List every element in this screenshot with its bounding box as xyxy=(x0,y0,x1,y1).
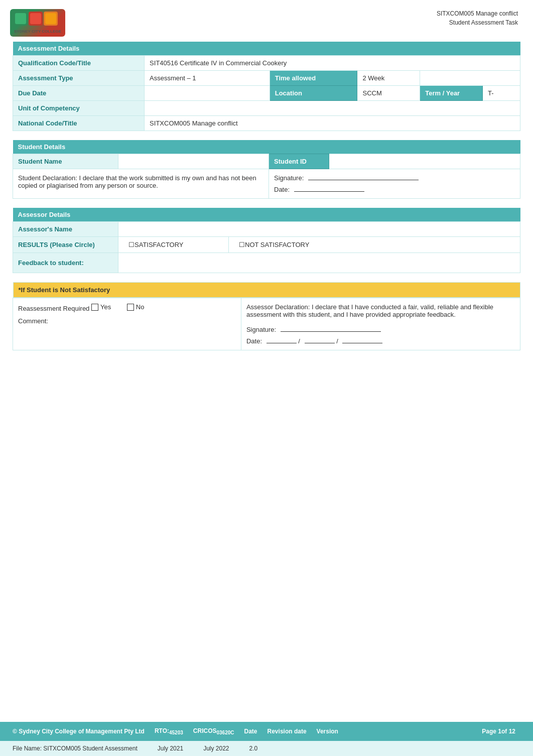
assessor-name-label: Assessor's Name xyxy=(13,222,118,237)
comment-label: Comment: xyxy=(18,317,48,325)
version-value: 2.0 xyxy=(249,745,258,752)
version-col-header: Version xyxy=(317,728,338,735)
page-badge: Page 1of 12 xyxy=(477,726,520,737)
copyright-text: © Sydney City College of Management Pty … xyxy=(13,728,145,735)
main-content: Assessment Details Qualification Code/Ti… xyxy=(0,42,533,350)
qualification-label: Qualification Code/Title xyxy=(13,56,145,71)
assessment-type-value: Assessment – 1 xyxy=(145,71,270,86)
assessment-type-extra xyxy=(420,71,520,86)
due-date-label: Due Date xyxy=(13,86,145,101)
student-id-label: Student ID xyxy=(269,154,329,169)
footer-bottom: File Name: SITXCOM005 Student Assessment… xyxy=(0,741,533,756)
assessor-date-label: Date: xyxy=(246,337,262,345)
file-name: File Name: SITXCOM005 Student Assessment xyxy=(13,745,138,752)
declaration-signature: Signature: Date: xyxy=(269,169,520,199)
qualification-value: SIT40516 Certificate IV in Commercial Co… xyxy=(145,56,520,71)
not-satisfactory-option: ☐NOT SATISFACTORY xyxy=(229,237,520,253)
reassessment-yes[interactable]: Yes xyxy=(91,303,111,311)
not-sat-header: *If Student is Not Satisfactory xyxy=(13,283,520,298)
satisfactory-option: ☐SATISFACTORY xyxy=(118,237,229,253)
svg-text:SYDNEY CITY COLLEGE: SYDNEY CITY COLLEGE xyxy=(14,29,62,34)
page-header: SYDNEY CITY COLLEGE SITXCOM005 Manage co… xyxy=(0,0,533,42)
term-year-value: T- xyxy=(483,86,520,101)
unit-label: Unit of Competency xyxy=(13,101,145,116)
not-sat-right-content: Assessor Declaration: I declare that I h… xyxy=(241,298,520,350)
student-id-value xyxy=(329,154,520,169)
logo: SYDNEY CITY COLLEGE xyxy=(10,9,65,37)
date-label: Date: xyxy=(274,186,290,193)
revision-col-header: Revision date xyxy=(268,728,307,735)
date-col-header: Date xyxy=(244,728,257,735)
not-satisfactory-table: *If Student is Not Satisfactory Reassess… xyxy=(13,282,520,350)
student-name-value xyxy=(118,154,269,169)
signature-label: Signature: xyxy=(274,174,304,182)
footer-top: © Sydney City College of Management Pty … xyxy=(0,722,533,741)
svg-rect-5 xyxy=(45,13,56,24)
location-label: Location xyxy=(270,86,357,101)
assessor-details-table: Assessor Details Assessor's Name RESULTS… xyxy=(13,208,520,273)
rto-label: RTO:45203 xyxy=(155,727,183,735)
reassessment-no[interactable]: No xyxy=(127,303,145,311)
unit-value xyxy=(145,101,520,116)
page-footer: © Sydney City College of Management Pty … xyxy=(0,722,533,756)
feedback-value xyxy=(118,253,520,273)
header-title: SITXCOM005 Manage conflict Student Asses… xyxy=(437,9,518,27)
declaration-text: Student Declaration: I declare that the … xyxy=(13,169,269,199)
assessment-type-label: Assessment Type xyxy=(13,71,145,86)
term-year-label: Term / Year xyxy=(420,86,483,101)
assessment-details-header: Assessment Details xyxy=(13,42,520,56)
time-allowed-label: Time allowed xyxy=(270,71,357,86)
results-label: RESULTS (Please Circle) xyxy=(13,237,118,253)
reassessment-label: Reassessment Required xyxy=(18,305,89,312)
svg-rect-3 xyxy=(30,13,41,24)
logo-area: SYDNEY CITY COLLEGE xyxy=(10,9,65,37)
national-code-label: National Code/Title xyxy=(13,116,145,131)
student-details-table: Student Details Student Name Student ID … xyxy=(13,140,520,199)
assessor-details-header: Assessor Details xyxy=(13,208,520,222)
due-date-value xyxy=(145,86,270,101)
assessment-details-table: Assessment Details Qualification Code/Ti… xyxy=(13,42,520,131)
date-value: July 2021 xyxy=(158,745,183,752)
not-sat-left-content: Reassessment Required Yes No Comment: xyxy=(13,298,241,350)
cricos-label: CRICOS03620C xyxy=(193,727,234,735)
svg-rect-1 xyxy=(15,13,26,24)
revision-value: July 2022 xyxy=(203,745,229,752)
location-value: SCCM xyxy=(357,86,420,101)
assessor-signature-label: Signature: xyxy=(246,326,276,333)
assessor-name-value xyxy=(118,222,520,237)
assessor-declaration-text: Assessor Declaration: I declare that I h… xyxy=(246,303,515,318)
student-details-header: Student Details xyxy=(13,140,520,154)
feedback-label: Feedback to student: xyxy=(13,253,118,273)
student-name-label: Student Name xyxy=(13,154,118,169)
national-code-value: SITXCOM005 Manage conflict xyxy=(145,116,520,131)
time-allowed-value: 2 Week xyxy=(357,71,420,86)
